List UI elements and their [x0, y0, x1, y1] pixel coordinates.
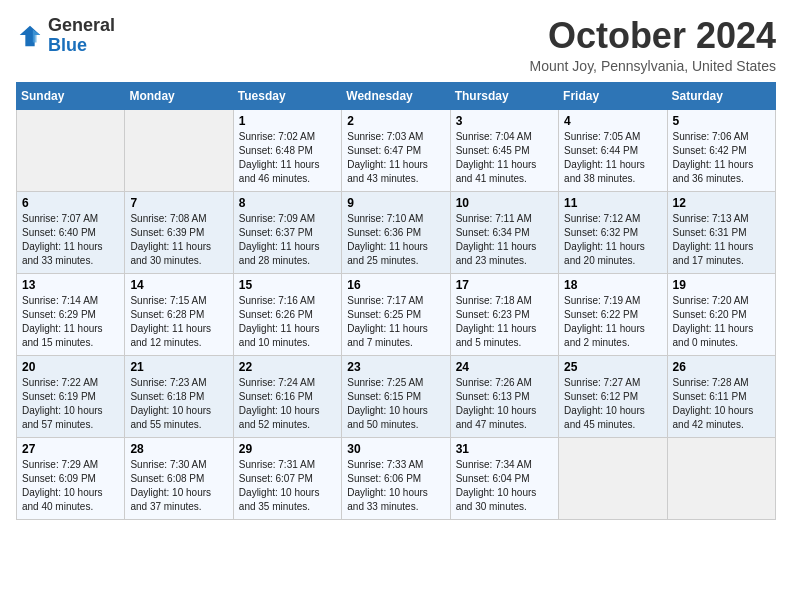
day-info: Sunrise: 7:33 AM Sunset: 6:06 PM Dayligh…: [347, 458, 444, 514]
day-number: 15: [239, 278, 336, 292]
day-number: 4: [564, 114, 661, 128]
day-number: 14: [130, 278, 227, 292]
calendar-day-cell: [125, 109, 233, 191]
calendar-day-cell: 19Sunrise: 7:20 AM Sunset: 6:20 PM Dayli…: [667, 273, 775, 355]
day-info: Sunrise: 7:28 AM Sunset: 6:11 PM Dayligh…: [673, 376, 770, 432]
calendar-day-cell: 24Sunrise: 7:26 AM Sunset: 6:13 PM Dayli…: [450, 355, 558, 437]
calendar-day-cell: 11Sunrise: 7:12 AM Sunset: 6:32 PM Dayli…: [559, 191, 667, 273]
day-number: 28: [130, 442, 227, 456]
day-info: Sunrise: 7:23 AM Sunset: 6:18 PM Dayligh…: [130, 376, 227, 432]
day-number: 24: [456, 360, 553, 374]
calendar-day-cell: 18Sunrise: 7:19 AM Sunset: 6:22 PM Dayli…: [559, 273, 667, 355]
calendar-day-cell: 30Sunrise: 7:33 AM Sunset: 6:06 PM Dayli…: [342, 437, 450, 519]
calendar-day-cell: 1Sunrise: 7:02 AM Sunset: 6:48 PM Daylig…: [233, 109, 341, 191]
day-number: 6: [22, 196, 119, 210]
calendar-day-cell: 10Sunrise: 7:11 AM Sunset: 6:34 PM Dayli…: [450, 191, 558, 273]
weekday-header-cell: Monday: [125, 82, 233, 109]
day-info: Sunrise: 7:27 AM Sunset: 6:12 PM Dayligh…: [564, 376, 661, 432]
calendar-day-cell: 31Sunrise: 7:34 AM Sunset: 6:04 PM Dayli…: [450, 437, 558, 519]
calendar-week-row: 20Sunrise: 7:22 AM Sunset: 6:19 PM Dayli…: [17, 355, 776, 437]
day-info: Sunrise: 7:12 AM Sunset: 6:32 PM Dayligh…: [564, 212, 661, 268]
day-number: 19: [673, 278, 770, 292]
day-number: 25: [564, 360, 661, 374]
day-number: 5: [673, 114, 770, 128]
calendar-week-row: 1Sunrise: 7:02 AM Sunset: 6:48 PM Daylig…: [17, 109, 776, 191]
logo-blue-text: Blue: [48, 35, 87, 55]
calendar-day-cell: [559, 437, 667, 519]
day-info: Sunrise: 7:15 AM Sunset: 6:28 PM Dayligh…: [130, 294, 227, 350]
day-number: 13: [22, 278, 119, 292]
day-info: Sunrise: 7:13 AM Sunset: 6:31 PM Dayligh…: [673, 212, 770, 268]
calendar-day-cell: 8Sunrise: 7:09 AM Sunset: 6:37 PM Daylig…: [233, 191, 341, 273]
day-number: 27: [22, 442, 119, 456]
logo-general-text: General: [48, 15, 115, 35]
calendar-day-cell: [17, 109, 125, 191]
calendar-day-cell: 5Sunrise: 7:06 AM Sunset: 6:42 PM Daylig…: [667, 109, 775, 191]
weekday-header-cell: Tuesday: [233, 82, 341, 109]
day-info: Sunrise: 7:17 AM Sunset: 6:25 PM Dayligh…: [347, 294, 444, 350]
day-info: Sunrise: 7:03 AM Sunset: 6:47 PM Dayligh…: [347, 130, 444, 186]
calendar-day-cell: 25Sunrise: 7:27 AM Sunset: 6:12 PM Dayli…: [559, 355, 667, 437]
day-info: Sunrise: 7:24 AM Sunset: 6:16 PM Dayligh…: [239, 376, 336, 432]
day-number: 3: [456, 114, 553, 128]
calendar-day-cell: 14Sunrise: 7:15 AM Sunset: 6:28 PM Dayli…: [125, 273, 233, 355]
calendar-day-cell: 4Sunrise: 7:05 AM Sunset: 6:44 PM Daylig…: [559, 109, 667, 191]
day-number: 26: [673, 360, 770, 374]
day-info: Sunrise: 7:31 AM Sunset: 6:07 PM Dayligh…: [239, 458, 336, 514]
calendar-body: 1Sunrise: 7:02 AM Sunset: 6:48 PM Daylig…: [17, 109, 776, 519]
calendar-day-cell: 13Sunrise: 7:14 AM Sunset: 6:29 PM Dayli…: [17, 273, 125, 355]
day-number: 11: [564, 196, 661, 210]
day-number: 29: [239, 442, 336, 456]
day-info: Sunrise: 7:02 AM Sunset: 6:48 PM Dayligh…: [239, 130, 336, 186]
day-number: 18: [564, 278, 661, 292]
weekday-header-cell: Sunday: [17, 82, 125, 109]
day-info: Sunrise: 7:09 AM Sunset: 6:37 PM Dayligh…: [239, 212, 336, 268]
location-text: Mount Joy, Pennsylvania, United States: [530, 58, 776, 74]
weekday-header-cell: Saturday: [667, 82, 775, 109]
day-number: 20: [22, 360, 119, 374]
day-number: 12: [673, 196, 770, 210]
day-info: Sunrise: 7:26 AM Sunset: 6:13 PM Dayligh…: [456, 376, 553, 432]
calendar-day-cell: [667, 437, 775, 519]
calendar-day-cell: 20Sunrise: 7:22 AM Sunset: 6:19 PM Dayli…: [17, 355, 125, 437]
day-info: Sunrise: 7:05 AM Sunset: 6:44 PM Dayligh…: [564, 130, 661, 186]
calendar-day-cell: 6Sunrise: 7:07 AM Sunset: 6:40 PM Daylig…: [17, 191, 125, 273]
day-number: 10: [456, 196, 553, 210]
page-header: General Blue October 2024 Mount Joy, Pen…: [16, 16, 776, 74]
day-number: 16: [347, 278, 444, 292]
weekday-header-cell: Thursday: [450, 82, 558, 109]
day-number: 2: [347, 114, 444, 128]
calendar-day-cell: 26Sunrise: 7:28 AM Sunset: 6:11 PM Dayli…: [667, 355, 775, 437]
calendar-week-row: 6Sunrise: 7:07 AM Sunset: 6:40 PM Daylig…: [17, 191, 776, 273]
calendar-day-cell: 9Sunrise: 7:10 AM Sunset: 6:36 PM Daylig…: [342, 191, 450, 273]
calendar-day-cell: 7Sunrise: 7:08 AM Sunset: 6:39 PM Daylig…: [125, 191, 233, 273]
logo: General Blue: [16, 16, 115, 56]
weekday-header-row: SundayMondayTuesdayWednesdayThursdayFrid…: [17, 82, 776, 109]
day-number: 17: [456, 278, 553, 292]
day-info: Sunrise: 7:06 AM Sunset: 6:42 PM Dayligh…: [673, 130, 770, 186]
calendar-day-cell: 2Sunrise: 7:03 AM Sunset: 6:47 PM Daylig…: [342, 109, 450, 191]
calendar-day-cell: 17Sunrise: 7:18 AM Sunset: 6:23 PM Dayli…: [450, 273, 558, 355]
day-info: Sunrise: 7:10 AM Sunset: 6:36 PM Dayligh…: [347, 212, 444, 268]
day-number: 1: [239, 114, 336, 128]
calendar-day-cell: 12Sunrise: 7:13 AM Sunset: 6:31 PM Dayli…: [667, 191, 775, 273]
day-number: 23: [347, 360, 444, 374]
calendar-table: SundayMondayTuesdayWednesdayThursdayFrid…: [16, 82, 776, 520]
day-number: 31: [456, 442, 553, 456]
logo-icon: [16, 22, 44, 50]
day-info: Sunrise: 7:18 AM Sunset: 6:23 PM Dayligh…: [456, 294, 553, 350]
day-info: Sunrise: 7:29 AM Sunset: 6:09 PM Dayligh…: [22, 458, 119, 514]
day-number: 9: [347, 196, 444, 210]
day-info: Sunrise: 7:25 AM Sunset: 6:15 PM Dayligh…: [347, 376, 444, 432]
day-info: Sunrise: 7:34 AM Sunset: 6:04 PM Dayligh…: [456, 458, 553, 514]
day-number: 21: [130, 360, 227, 374]
weekday-header-cell: Friday: [559, 82, 667, 109]
day-info: Sunrise: 7:11 AM Sunset: 6:34 PM Dayligh…: [456, 212, 553, 268]
day-number: 7: [130, 196, 227, 210]
weekday-header-cell: Wednesday: [342, 82, 450, 109]
day-info: Sunrise: 7:19 AM Sunset: 6:22 PM Dayligh…: [564, 294, 661, 350]
day-info: Sunrise: 7:14 AM Sunset: 6:29 PM Dayligh…: [22, 294, 119, 350]
calendar-day-cell: 22Sunrise: 7:24 AM Sunset: 6:16 PM Dayli…: [233, 355, 341, 437]
calendar-day-cell: 28Sunrise: 7:30 AM Sunset: 6:08 PM Dayli…: [125, 437, 233, 519]
day-info: Sunrise: 7:22 AM Sunset: 6:19 PM Dayligh…: [22, 376, 119, 432]
